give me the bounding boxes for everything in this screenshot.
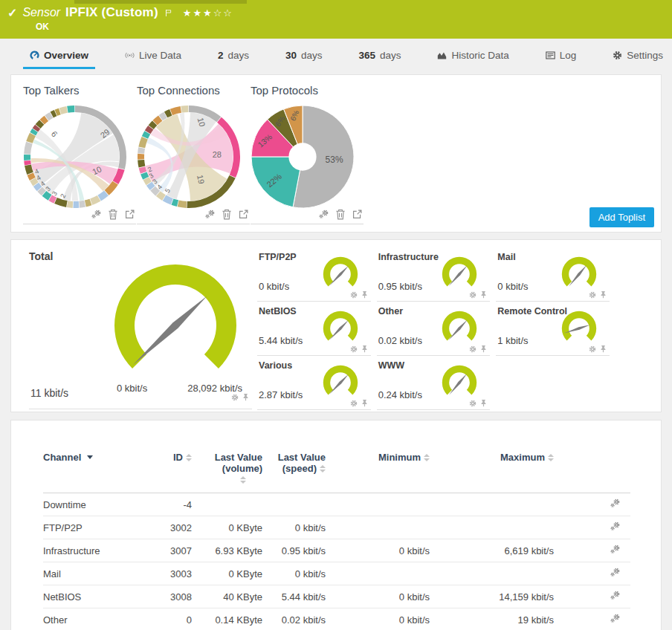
gauge-title: NetBIOS [259,306,297,316]
trash-icon[interactable] [335,209,346,220]
tab-number: 30 [285,50,297,61]
pin-icon[interactable] [600,345,607,353]
gear-icon[interactable] [231,394,239,401]
tab-log[interactable]: Log [546,39,577,71]
pin-icon[interactable] [480,290,487,299]
pin-icon[interactable] [480,345,487,353]
channel-settings-icon[interactable] [610,591,620,600]
sensor-title: IPFIX (Custom) [65,5,158,20]
pin-icon[interactable] [600,290,607,299]
top-connections-chord-chart[interactable]: 10281954332 [137,105,241,209]
column-header-id[interactable]: ID [155,450,192,493]
table-row-ftp-p2p[interactable]: FTP/P2P3002 0 KByte0 kbit/s [43,516,630,539]
tab-label: Overview [44,50,88,61]
table-row-netbios[interactable]: NetBIOS3008 40 KByte5.44 kbit/s 0 kbit/s… [43,585,630,608]
trash-icon[interactable] [222,209,232,220]
external-link-icon[interactable] [239,210,248,219]
channel-settings-icon[interactable] [610,545,620,554]
trash-icon[interactable] [108,209,118,220]
gear-icon[interactable] [589,345,596,353]
gear-icon [613,51,622,60]
top-talkers-chord-chart[interactable]: 29610233444 [23,105,127,209]
gauge-cell-remote-control: Remote Control 1 kbit/s [496,302,610,356]
tab-overview[interactable]: Overview [30,39,88,71]
toplist-settings-icon[interactable] [319,210,329,219]
pin-icon[interactable] [361,290,368,299]
top-protocols-donut-chart[interactable]: 53%22%13%6%6% [251,105,355,209]
tab-label: days [227,50,249,61]
table-row-mail[interactable]: Mail3003 0 KByte0 kbit/s [43,562,630,585]
external-link-icon[interactable] [125,210,135,219]
gauge-value: 0.95 kbit/s [378,281,422,292]
historic-chart-icon [437,51,447,60]
total-gauge-block: Total 0 kbit/s 28,092 kbit/s 11 kbit/s [29,246,252,409]
table-row-other[interactable]: Other0 0.14 KByte0.02 kbit/s 0 kbit/s19 … [43,608,630,630]
channel-settings-icon[interactable] [610,522,620,531]
pin-icon[interactable] [480,399,487,407]
pin-icon[interactable] [361,345,368,353]
toplist-settings-icon[interactable] [91,210,101,219]
gauge-title: WWW [378,360,404,371]
status-badge: OK [36,22,49,32]
channel-gauge [320,310,361,347]
channel-gauge [439,256,479,293]
svg-text:53%: 53% [326,155,343,165]
gear-icon[interactable] [469,345,476,353]
gauge-cell-various: Various 2.87 kbit/s [257,356,371,410]
gauge-cell-empty [496,356,610,410]
channel-settings-icon[interactable] [610,614,620,623]
gauge-title: FTP/P2P [259,252,297,262]
sensor-kind-label: Sensor [22,6,60,19]
gauge-title: Various [259,360,292,371]
tab-label: Live Data [139,50,181,61]
gear-icon[interactable] [469,400,476,407]
channel-table: Channel ID Last Value (volume) Last Valu… [43,450,630,630]
gauge-title: Mail [497,252,515,262]
column-header-maximum[interactable]: Maximum [430,450,554,493]
pin-icon[interactable] [361,399,368,407]
channel-settings-icon[interactable] [610,568,620,577]
tab-live-data[interactable]: Live Data [125,39,181,71]
tab-historic-data[interactable]: Historic Data [437,39,508,71]
sort-arrows-icon [186,454,192,461]
channel-table-card: Channel ID Last Value (volume) Last Valu… [10,420,662,630]
channel-gauge [439,310,479,347]
gauge-value: 0.24 kbit/s [378,389,422,400]
gauge-scale-min: 0 kbit/s [117,383,147,394]
table-row-infrastructure[interactable]: Infrastructure3007 6.93 KByte0.95 kbit/s… [43,539,630,562]
sort-arrows-icon [320,465,326,472]
table-row-downtime[interactable]: Downtime-4 [43,493,630,516]
column-header-minimum[interactable]: Minimum [326,450,430,493]
gear-icon[interactable] [350,400,358,407]
priority-stars[interactable]: ★★★☆☆ [183,7,233,19]
column-header-last-value-volume[interactable]: Last Value (volume) [192,450,262,493]
tab-settings[interactable]: Settings [613,39,663,71]
channel-gauge [559,256,599,293]
gear-icon[interactable] [350,345,358,353]
channel-settings-icon[interactable] [610,499,620,508]
pin-icon[interactable] [242,393,249,401]
status-check-icon: ✓ [7,6,17,20]
total-gauge-value: 11 kbit/s [30,387,68,399]
toplist-settings-icon[interactable] [205,210,215,219]
gear-icon[interactable] [589,291,596,299]
flag-icon[interactable] [165,9,172,17]
tab-2-days[interactable]: 2 days [218,39,249,71]
gear-icon[interactable] [469,291,476,299]
external-link-icon[interactable] [352,210,362,219]
gauges-card: Total 0 kbit/s 28,092 kbit/s 11 kbit/s F… [10,239,662,412]
column-header-channel[interactable]: Channel [43,450,155,493]
gauge-cell-www: WWW 0.24 kbit/s [377,356,491,410]
add-toplist-button[interactable]: Add Toplist [589,207,654,227]
channel-gauge [439,364,479,401]
channel-gauge [320,256,361,293]
toplist-panel-top-protocols: Top Protocols 53%22%13%6%6% [251,84,364,224]
gear-icon[interactable] [350,291,358,299]
tab-30-days[interactable]: 30 days [285,39,323,71]
gauge-value: 0.02 kbit/s [378,335,422,346]
column-header-last-value-speed[interactable]: Last Value (speed) [262,450,326,493]
gauge-value: 2.87 kbit/s [259,389,303,400]
gauge-icon [30,51,39,60]
toplists-card: Top Talkers 29610233444 Top Connections … [10,74,662,233]
tab-365-days[interactable]: 365 days [358,39,401,71]
